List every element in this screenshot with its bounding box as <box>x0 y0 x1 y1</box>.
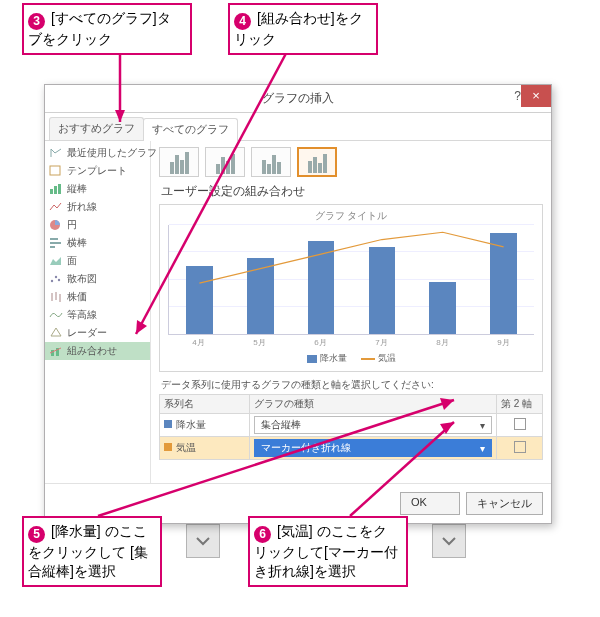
callout-4: 4 [組み合わせ]をクリック <box>228 3 378 55</box>
series-name: 降水量 <box>176 419 206 430</box>
callout-5-num: 5 <box>28 526 45 543</box>
chart-plot-area <box>168 225 534 335</box>
sidebar-item-area[interactable]: 面 <box>45 252 150 270</box>
combo-thumb-1[interactable] <box>159 147 199 177</box>
sidebar-item-stock[interactable]: 株価 <box>45 288 150 306</box>
sidebar-item-label: 折れ線 <box>67 200 97 214</box>
svg-rect-9 <box>50 189 53 194</box>
chart-type-combo-temp[interactable]: マーカー付き折れ線 ▾ <box>254 439 492 457</box>
callout-4-text: [組み合わせ]をクリック <box>234 10 363 47</box>
chevron-down-icon[interactable] <box>432 524 466 558</box>
dialog-title: グラフの挿入 <box>262 90 334 107</box>
sidebar-item-templates[interactable]: テンプレート <box>45 162 150 180</box>
table-row: 気温 マーカー付き折れ線 ▾ <box>160 437 543 460</box>
main-panel: ユーザー設定の組み合わせ グラフ タイトル 4月5月6月7月8月9月 降水量 気… <box>151 141 551 483</box>
series-name-cell: 降水量 <box>160 414 250 437</box>
series-name-cell: 気温 <box>160 437 250 460</box>
th-chart-type: グラフの種類 <box>250 395 497 414</box>
sidebar-item-label: 組み合わせ <box>67 344 117 358</box>
sidebar-item-recent[interactable]: 最近使用したグラフ <box>45 144 150 162</box>
tab-strip: おすすめグラフ すべてのグラフ <box>45 113 551 141</box>
sidebar-item-pie[interactable]: 円 <box>45 216 150 234</box>
sidebar-item-combo[interactable]: 組み合わせ <box>45 342 150 360</box>
chart-legend: 降水量 気温 <box>164 348 538 371</box>
sidebar-item-label: 散布図 <box>67 272 97 286</box>
insert-chart-dialog: グラフの挿入 ? × おすすめグラフ すべてのグラフ 最近使用したグラフ テンプ… <box>44 84 552 524</box>
sidebar-item-label: 等高線 <box>67 308 97 322</box>
series-color-icon <box>164 420 172 428</box>
legend-line-icon <box>361 358 375 360</box>
secondary-axis-checkbox[interactable] <box>514 418 526 430</box>
chevron-down-icon[interactable] <box>186 524 220 558</box>
chart-title: グラフ タイトル <box>164 209 538 223</box>
sidebar-item-label: テンプレート <box>67 164 127 178</box>
chart-type-combo-rain[interactable]: 集合縦棒 ▾ <box>254 416 492 434</box>
ok-button[interactable]: OK <box>400 492 460 515</box>
sidebar-item-label: 株価 <box>67 290 87 304</box>
callout-3-text: [すべてのグラフ]タブをクリック <box>28 10 171 47</box>
svg-point-16 <box>51 280 53 282</box>
radar-chart-icon <box>49 327 63 339</box>
callout-3: 3 [すべてのグラフ]タブをクリック <box>22 3 192 55</box>
callout-6: 6 [気温] のここをクリックして[マーカー付き折れ線]を選択 <box>248 516 408 587</box>
close-button[interactable]: × <box>521 85 551 107</box>
svg-rect-13 <box>50 238 58 240</box>
tab-recommended[interactable]: おすすめグラフ <box>49 117 144 140</box>
svg-rect-15 <box>50 246 55 248</box>
svg-rect-8 <box>50 166 60 175</box>
pie-chart-icon <box>49 219 63 231</box>
sidebar-item-label: 縦棒 <box>67 182 87 196</box>
chevron-down-icon: ▾ <box>475 420 489 431</box>
chart-preview: グラフ タイトル 4月5月6月7月8月9月 降水量 気温 <box>159 204 543 372</box>
sidebar-item-surface[interactable]: 等高線 <box>45 306 150 324</box>
sidebar-item-label: 横棒 <box>67 236 87 250</box>
scatter-chart-icon <box>49 273 63 285</box>
svg-point-18 <box>58 279 60 281</box>
subtype-heading: ユーザー設定の組み合わせ <box>161 183 543 200</box>
combo-thumb-2[interactable] <box>205 147 245 177</box>
callout-6-num: 6 <box>254 526 271 543</box>
secondary-axis-cell <box>497 437 543 460</box>
svg-rect-11 <box>58 184 61 194</box>
th-series-name: 系列名 <box>160 395 250 414</box>
svg-rect-10 <box>54 186 57 194</box>
combo-thumb-custom[interactable] <box>297 147 337 177</box>
series-name: 気温 <box>176 442 196 453</box>
line-chart-icon <box>49 201 63 213</box>
sidebar-item-bar[interactable]: 横棒 <box>45 234 150 252</box>
series-table: 系列名 グラフの種類 第 2 軸 降水量 集合縦棒 ▾ 気温 <box>159 394 543 460</box>
area-chart-icon <box>49 255 63 267</box>
svg-point-17 <box>55 276 57 278</box>
surface-chart-icon <box>49 309 63 321</box>
chart-x-labels: 4月5月6月7月8月9月 <box>168 337 534 348</box>
recent-icon <box>49 147 63 159</box>
sidebar-item-scatter[interactable]: 散布図 <box>45 270 150 288</box>
bar-chart-icon <box>49 237 63 249</box>
sidebar-item-label: 面 <box>67 254 77 268</box>
sidebar-item-radar[interactable]: レーダー <box>45 324 150 342</box>
svg-marker-22 <box>51 328 61 336</box>
secondary-axis-checkbox[interactable] <box>514 441 526 453</box>
svg-rect-14 <box>50 242 61 244</box>
combo-value: 集合縦棒 <box>261 418 301 432</box>
callout-6-text: [気温] のここをクリックして[マーカー付き折れ線]を選択 <box>254 523 398 579</box>
sidebar-item-label: 円 <box>67 218 77 232</box>
chevron-down-icon: ▾ <box>475 443 489 454</box>
combo-chart-icon <box>49 345 63 357</box>
chart-type-sidebar: 最近使用したグラフ テンプレート 縦棒 折れ線 円 横棒 面 散布図 株価 等高… <box>45 141 151 483</box>
series-type-cell: 集合縦棒 ▾ <box>250 414 497 437</box>
legend-swatch-icon <box>307 355 317 363</box>
column-chart-icon <box>49 183 63 195</box>
combo-thumb-3[interactable] <box>251 147 291 177</box>
secondary-axis-cell <box>497 414 543 437</box>
sidebar-item-column[interactable]: 縦棒 <box>45 180 150 198</box>
callout-5-text: [降水量] のここをクリックして [集合縦棒]を選択 <box>28 523 148 579</box>
cancel-button[interactable]: キャンセル <box>466 492 543 515</box>
series-instruction: データ系列に使用するグラフの種類と軸を選択してください: <box>161 378 543 392</box>
th-secondary-axis: 第 2 軸 <box>497 395 543 414</box>
legend-label: 気温 <box>378 353 396 363</box>
help-button[interactable]: ? <box>514 89 521 103</box>
series-color-icon <box>164 443 172 451</box>
sidebar-item-line[interactable]: 折れ線 <box>45 198 150 216</box>
tab-all-charts[interactable]: すべてのグラフ <box>143 118 238 141</box>
